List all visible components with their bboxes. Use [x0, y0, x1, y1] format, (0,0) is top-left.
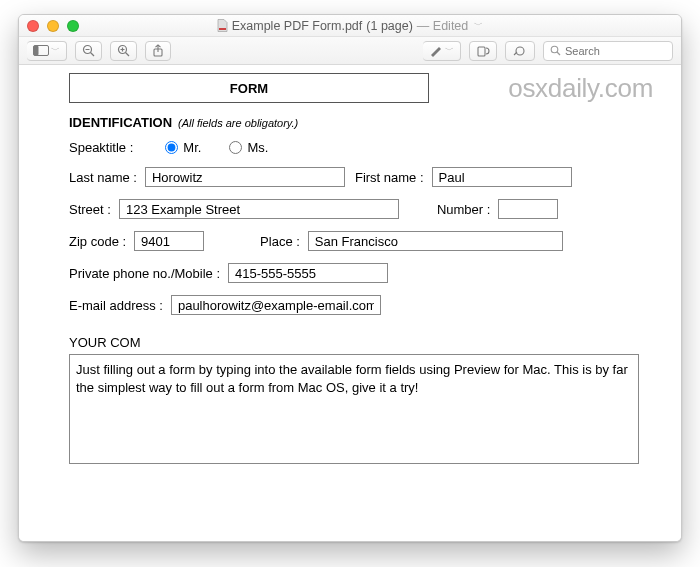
speaktitle-label: Speaktitle :: [69, 140, 133, 155]
search-icon: [550, 42, 561, 60]
app-window: Example PDF Form.pdf (1 page) — Edited ﹀…: [18, 14, 682, 542]
lastname-label: Last name :: [69, 170, 137, 185]
email-label: E-mail address :: [69, 298, 163, 313]
svg-point-12: [516, 47, 524, 55]
firstname-input[interactable]: [432, 167, 572, 187]
your-com-label: YOUR COM: [69, 335, 653, 350]
share-button[interactable]: [145, 41, 171, 61]
number-label: Number :: [437, 202, 490, 217]
place-input[interactable]: [308, 231, 563, 251]
markup-toolbar-button[interactable]: [505, 41, 535, 61]
toolbar: ﹀ ﹀: [19, 37, 681, 65]
street-label: Street :: [69, 202, 111, 217]
title-filename: Example PDF Form.pdf: [232, 19, 363, 33]
zoom-out-button[interactable]: [75, 41, 102, 61]
phone-input[interactable]: [228, 263, 388, 283]
title-dropdown-icon[interactable]: ﹀: [474, 19, 483, 32]
zoom-in-button[interactable]: [110, 41, 137, 61]
radio-ms[interactable]: Ms.: [229, 140, 268, 155]
svg-line-6: [126, 53, 130, 57]
identification-note: (All fields are obligatory.): [178, 117, 298, 129]
number-input[interactable]: [498, 199, 558, 219]
svg-line-3: [91, 53, 95, 57]
chevron-down-icon: ﹀: [51, 44, 60, 57]
title-pages: (1 page): [366, 19, 413, 33]
street-input[interactable]: [119, 199, 399, 219]
highlight-button[interactable]: ﹀: [423, 41, 461, 61]
lastname-input[interactable]: [145, 167, 345, 187]
sidebar-toggle-button[interactable]: ﹀: [27, 41, 67, 61]
firstname-label: First name :: [355, 170, 424, 185]
radio-mr[interactable]: Mr.: [165, 140, 201, 155]
radio-mr-label: Mr.: [183, 140, 201, 155]
svg-rect-1: [34, 46, 39, 56]
rotate-button[interactable]: [469, 41, 497, 61]
search-input[interactable]: [565, 45, 666, 57]
chevron-down-icon: ﹀: [445, 44, 454, 57]
zip-label: Zip code :: [69, 234, 126, 249]
document-content: osxdaily.com FORM IDENTIFICATION (All fi…: [19, 65, 681, 541]
zip-input[interactable]: [134, 231, 204, 251]
radio-ms-input[interactable]: [229, 141, 242, 154]
svg-line-15: [557, 52, 560, 55]
document-icon: [217, 19, 228, 32]
search-field[interactable]: [543, 41, 673, 61]
form-title-box: FORM: [69, 73, 429, 103]
identification-heading: IDENTIFICATION: [69, 115, 172, 130]
title-status: — Edited: [417, 19, 468, 33]
window-title: Example PDF Form.pdf (1 page) — Edited ﹀: [19, 19, 681, 33]
watermark: osxdaily.com: [508, 73, 653, 104]
comments-textarea[interactable]: [69, 354, 639, 464]
email-input[interactable]: [171, 295, 381, 315]
radio-mr-input[interactable]: [165, 141, 178, 154]
form-title: FORM: [230, 81, 268, 96]
phone-label: Private phone no./Mobile :: [69, 266, 220, 281]
svg-rect-11: [478, 47, 485, 56]
place-label: Place :: [260, 234, 300, 249]
radio-ms-label: Ms.: [247, 140, 268, 155]
svg-point-14: [551, 46, 558, 53]
titlebar: Example PDF Form.pdf (1 page) — Edited ﹀: [19, 15, 681, 37]
